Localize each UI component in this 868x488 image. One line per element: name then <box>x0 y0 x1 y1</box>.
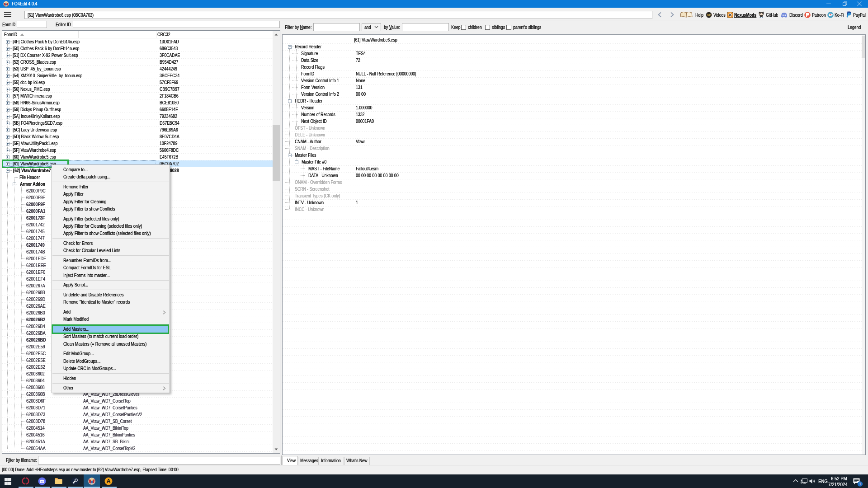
svg-text:GP: GP <box>707 14 711 17</box>
svg-text:A: A <box>106 478 110 484</box>
svg-text:1: 1 <box>859 482 861 486</box>
